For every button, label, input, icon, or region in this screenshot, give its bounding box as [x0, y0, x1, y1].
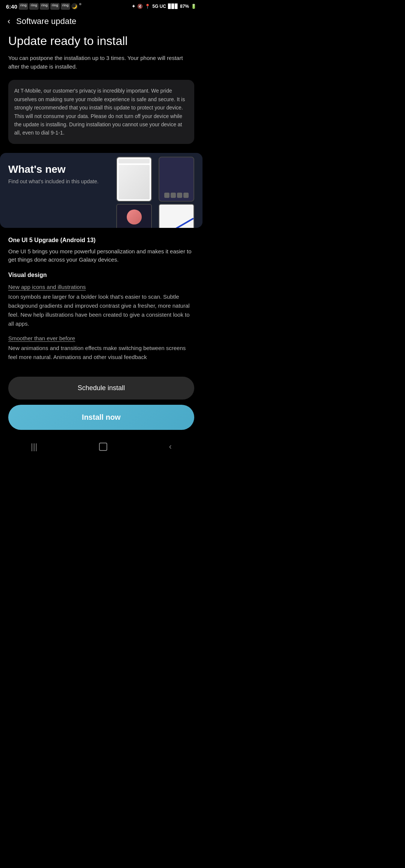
status-dot [79, 3, 81, 5]
feature-desc-smoother: New animations and transition effects ma… [8, 344, 194, 362]
main-content: Update ready to install You can postpone… [0, 34, 202, 362]
back-nav-icon[interactable]: ‹ [169, 442, 171, 452]
ring-icon-2: ring [29, 3, 39, 10]
update-details: One UI 5 Upgrade (Android 13) One UI 5 b… [8, 237, 194, 362]
pen-mockup [159, 204, 194, 228]
network-label: 5G UC [152, 4, 166, 9]
feature-link-icons[interactable]: New app icons and illustrations [8, 284, 194, 290]
top-nav: ‹ Software update [0, 11, 202, 34]
dock [164, 193, 189, 198]
ring-icon-3: ring [40, 3, 49, 10]
install-now-button[interactable]: Install now [8, 405, 194, 430]
notification-icons: ring ring ring ring ring 🌙 [19, 3, 81, 10]
visual-design-section-title: Visual design [8, 272, 194, 278]
home-button[interactable] [99, 443, 107, 451]
back-button[interactable]: ‹ [6, 15, 12, 28]
avatar-circle [127, 210, 142, 224]
mute-icon: 🔇 [137, 4, 143, 9]
whats-new-subtitle: Find out what's included in this update. [8, 178, 194, 184]
ring-icon-1: ring [19, 3, 28, 10]
status-time: 6:40 [6, 3, 17, 10]
update-version: One UI 5 Upgrade (Android 13) [8, 237, 194, 244]
status-bar: 6:40 ring ring ring ring ring 🌙 ✦ 🔇 📍 5G… [0, 0, 202, 11]
privacy-text: At T-Mobile, our customer's privacy is i… [14, 87, 188, 137]
bluetooth-icon: ✦ [132, 4, 135, 9]
schedule-install-button[interactable]: Schedule install [8, 377, 194, 400]
battery-icon: 🔋 [191, 4, 196, 9]
dock-icon-3 [177, 193, 182, 198]
status-right: ✦ 🔇 📍 5G UC ▊▊▊ 87% 🔋 [132, 4, 196, 9]
update-heading: Update ready to install [8, 34, 194, 48]
page-title: Software update [16, 16, 76, 26]
mock-header [118, 159, 150, 163]
whats-new-title: What's new [8, 163, 194, 175]
whats-new-banner[interactable]: What's new Find out what's included in t… [0, 153, 202, 228]
battery-label: 87% [180, 4, 189, 9]
dock-icon-1 [164, 193, 170, 198]
update-desc: One UI 5 brings you more powerful person… [8, 247, 194, 264]
feature-desc-icons: Icon symbols are larger for a bolder loo… [8, 292, 194, 328]
recent-apps-icon[interactable]: ||| [31, 442, 37, 452]
privacy-box: At T-Mobile, our customer's privacy is i… [8, 80, 194, 144]
ring-icon-4: ring [50, 3, 60, 10]
moon-icon: 🌙 [71, 3, 78, 10]
feature-item-smoother: Smoother than ever before New animations… [8, 335, 194, 362]
feature-item-icons: New app icons and illustrations Icon sym… [8, 284, 194, 328]
status-left: 6:40 ring ring ring ring ring 🌙 [6, 3, 81, 10]
feature-link-smoother[interactable]: Smoother than ever before [8, 335, 194, 341]
ring-icon-5: ring [61, 3, 70, 10]
pen-line [171, 218, 194, 228]
nav-bar: ||| ‹ [0, 436, 202, 461]
signal-icon: ▊▊▊ [168, 4, 178, 9]
location-icon: 📍 [145, 4, 150, 9]
dock-icon-2 [171, 193, 176, 198]
update-subtext: You can postpone the installation up to … [8, 54, 194, 71]
dock-icon-4 [183, 193, 189, 198]
laptop-mockup [116, 204, 152, 228]
buttons-area: Schedule install Install now [0, 371, 202, 436]
